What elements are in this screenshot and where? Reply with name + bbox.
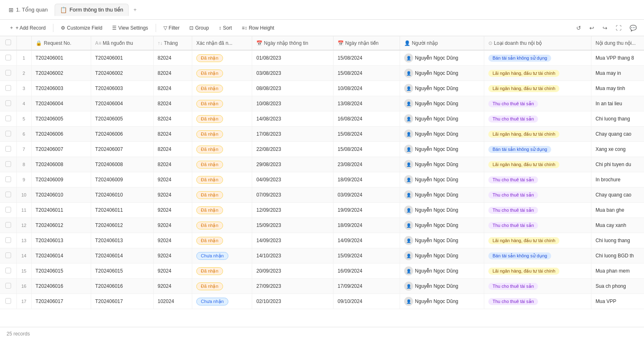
sort-button[interactable]: ↕ Sort (215, 23, 236, 32)
row-checkbox[interactable] (5, 252, 11, 258)
select-all-checkbox[interactable] (5, 39, 11, 45)
row-checkbox[interactable] (5, 207, 11, 213)
table-row[interactable]: 9T202406009T20240600992024Đã nhận04/09/2… (0, 172, 644, 187)
tab-add-button[interactable]: + (130, 4, 140, 15)
col-nguoi-nhap[interactable]: 👤 Người nhập (400, 36, 484, 50)
row-checkbox[interactable] (5, 161, 11, 167)
row-checkbox-cell[interactable] (0, 218, 16, 233)
table-row[interactable]: 12T202406012T20240601292024Đã nhận15/09/… (0, 218, 644, 233)
row-checkbox-cell[interactable] (0, 81, 16, 96)
row-checkbox-cell[interactable] (0, 127, 16, 142)
table-container[interactable]: 🔒 Request No. Ꭺ≡ Mã nguồn thu ↑↓ Tháng X… (0, 36, 644, 327)
row-checkbox-cell[interactable] (0, 66, 16, 81)
add-record-button[interactable]: ＋ + Add Record (5, 23, 50, 33)
table-row[interactable]: 2T202406002T20240600282024Đã nhận03/08/2… (0, 66, 644, 81)
row-ngay-nhan-tien: 19/09/2024 (334, 203, 400, 218)
col-xac-nhan[interactable]: Xác nhận đã n... (192, 36, 252, 50)
avatar: 👤 (404, 160, 413, 169)
row-checkbox[interactable] (5, 192, 11, 197)
row-checkbox[interactable] (5, 146, 11, 152)
status-badge: Đã nhận (196, 161, 223, 169)
row-checkbox[interactable] (5, 100, 11, 106)
row-checkbox-cell[interactable] (0, 279, 16, 294)
row-checkbox-cell[interactable] (0, 233, 16, 248)
group-button[interactable]: ⊡ Group (185, 23, 213, 32)
row-checkbox-cell[interactable] (0, 142, 16, 157)
filter-button[interactable]: ▽ Filter (159, 23, 184, 32)
col-ngay-nhan-tien[interactable]: 📅 Ngày nhận tiền (334, 36, 400, 50)
row-checkbox[interactable] (5, 298, 11, 304)
row-checkbox-cell[interactable] (0, 50, 16, 66)
row-ma-nguon-thu: T202406008 (91, 157, 153, 172)
title-bar: ⊞ 1. Tổng quan 📋 Form thông tin thu tiền… (0, 0, 644, 20)
col-request-no[interactable]: 🔒 Request No. (31, 36, 91, 50)
row-checkbox[interactable] (5, 283, 11, 289)
table-row[interactable]: 8T202406008T20240600882024Đã nhận29/08/2… (0, 157, 644, 172)
person-name: Nguyễn Ngọc Dũng (415, 207, 458, 213)
table-row[interactable]: 13T202406013T20240601392024Đã nhận14/09/… (0, 233, 644, 248)
row-checkbox[interactable] (5, 85, 11, 91)
person-name: Nguyễn Ngọc Dũng (415, 238, 458, 243)
table-row[interactable]: 6T202406006T20240600682024Đã nhận17/08/2… (0, 127, 644, 142)
row-height-button[interactable]: ≡↕ Row Height (238, 23, 278, 32)
col-ma-nguon-thu[interactable]: Ꭺ≡ Mã nguồn thu (91, 36, 153, 50)
row-checkbox[interactable] (5, 222, 11, 228)
category-badge: Thu cho thuê tài sản (488, 298, 538, 305)
row-checkbox[interactable] (5, 237, 11, 243)
row-checkbox-cell[interactable] (0, 111, 16, 127)
fullscreen-icon[interactable]: ⛶ (613, 23, 624, 33)
avatar: 👤 (404, 114, 413, 123)
row-checkbox-cell[interactable] (0, 294, 16, 309)
table-row[interactable]: 16T202406016T20240601692024Đã nhận27/09/… (0, 279, 644, 294)
row-checkbox[interactable] (5, 131, 11, 136)
row-xac-nhan: Đã nhận (192, 203, 252, 218)
undo-icon[interactable]: ↩ (587, 23, 597, 33)
row-checkbox[interactable] (5, 116, 11, 121)
refresh-icon[interactable]: ↺ (574, 23, 584, 33)
table-row[interactable]: 4T202406004T20240600482024Đã nhận10/08/2… (0, 96, 644, 111)
redo-icon[interactable]: ↪ (600, 23, 610, 33)
table-row[interactable]: 10T202406010T20240601092024Đã nhận07/09/… (0, 187, 644, 203)
tab-form-label: Form thông tin thu tiền (69, 7, 123, 13)
row-noi-dung: Sua ch phong (591, 279, 644, 294)
view-icon: ☰ (112, 25, 117, 31)
row-checkbox[interactable] (5, 55, 11, 60)
view-settings-button[interactable]: ☰ View Settings (108, 23, 152, 32)
row-nguoi-nhap: 👤Nguyễn Ngọc Dũng (400, 66, 484, 81)
col-thang[interactable]: ↑↓ Tháng (153, 36, 192, 50)
chat-icon[interactable]: 💬 (627, 23, 639, 33)
row-number: 5 (16, 111, 31, 127)
table-row[interactable]: 14T202406014T20240601492024Chưa nhận14/1… (0, 248, 644, 264)
tab-overview[interactable]: ⊞ 1. Tổng quan (3, 4, 53, 16)
customize-field-button[interactable]: ⚙ Customize Field (57, 23, 106, 32)
table-row[interactable]: 11T202406011T20240601192024Đã nhận12/09/… (0, 203, 644, 218)
row-checkbox[interactable] (5, 70, 11, 76)
row-checkbox[interactable] (5, 176, 11, 182)
row-checkbox-cell[interactable] (0, 187, 16, 203)
row-ma-nguon-thu: T202406003 (91, 81, 153, 96)
row-loai-dt: Lãi ngân hàng, đầu tư tài chính (484, 157, 591, 172)
table-row[interactable]: 5T202406005T20240600582024Đã nhận14/08/2… (0, 111, 644, 127)
calendar-icon-2: 📅 (338, 40, 345, 46)
row-checkbox[interactable] (5, 268, 11, 273)
table-row[interactable]: 17T202406017T202406017102024Chưa nhận02/… (0, 294, 644, 309)
row-request-no: T202406013 (31, 233, 91, 248)
row-checkbox-cell[interactable] (0, 96, 16, 111)
row-checkbox-cell[interactable] (0, 203, 16, 218)
category-badge: Thu cho thuê tài sản (488, 176, 538, 183)
row-checkbox-cell[interactable] (0, 248, 16, 264)
row-checkbox-cell[interactable] (0, 264, 16, 279)
status-badge: Đã nhận (196, 206, 223, 214)
col-noi-dung[interactable]: Nội dung thu nội... (591, 36, 644, 50)
col-ngay-nhap-tt[interactable]: 📅 Ngày nhập thông tin (252, 36, 334, 50)
row-request-no: T202406015 (31, 264, 91, 279)
tab-form[interactable]: 📋 Form thông tin thu tiền (55, 4, 129, 16)
table-row[interactable]: 7T202406007T20240600782024Đã nhận22/08/2… (0, 142, 644, 157)
table-row[interactable]: 15T202406015T20240601592024Đã nhận20/09/… (0, 264, 644, 279)
table-row[interactable]: 1T202406001T20240600182024Đã nhận01/08/2… (0, 50, 644, 66)
table-row[interactable]: 3T202406003T20240600382024Đã nhận08/08/2… (0, 81, 644, 96)
col-checkbox[interactable] (0, 36, 16, 50)
row-checkbox-cell[interactable] (0, 172, 16, 187)
row-checkbox-cell[interactable] (0, 157, 16, 172)
col-loai-dt[interactable]: ⊙ Loại doanh thu nội bộ (484, 36, 591, 50)
